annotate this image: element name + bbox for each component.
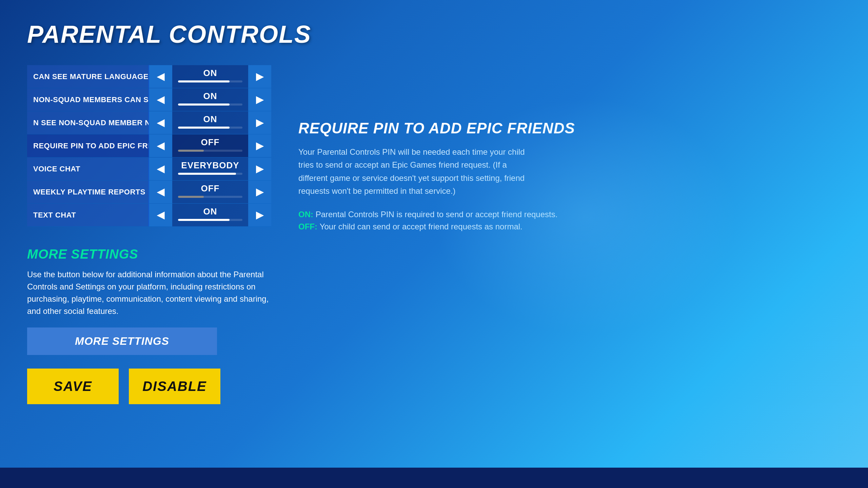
setting-label: WEEKLY PLAYTIME REPORTS	[27, 181, 149, 203]
value-bar-container	[178, 150, 242, 152]
setting-label: TEXT CHAT	[27, 204, 149, 226]
setting-control: ◀ ON ▶	[149, 65, 271, 88]
arrow-right-button[interactable]: ▶	[248, 204, 271, 226]
value-bar	[178, 80, 230, 82]
arrow-left-button[interactable]: ◀	[149, 134, 172, 157]
value-bar	[178, 150, 204, 152]
value-bar	[178, 196, 204, 198]
value-bar-container	[178, 80, 242, 82]
setting-label: NON-SQUAD MEMBERS CAN SEE YO	[27, 88, 149, 111]
arrow-right-button[interactable]: ▶	[248, 88, 271, 111]
setting-row: REQUIRE PIN TO ADD EPIC FRIENDS ◀ OFF ▶	[27, 134, 271, 157]
more-settings-section: MORE SETTINGS Use the button below for a…	[27, 247, 271, 404]
setting-control: ◀ OFF ▶	[149, 181, 271, 203]
arrow-right-button[interactable]: ▶	[248, 181, 271, 203]
more-settings-description: Use the button below for additional info…	[27, 268, 271, 317]
value-bar-container	[178, 104, 242, 106]
setting-label: REQUIRE PIN TO ADD EPIC FRIENDS	[27, 134, 149, 157]
settings-table: CAN SEE MATURE LANGUAGE ◀ ON ▶ NON-SQUAD…	[27, 65, 271, 227]
arrow-left-button[interactable]: ◀	[149, 111, 172, 134]
setting-row: WEEKLY PLAYTIME REPORTS ◀ OFF ▶	[27, 181, 271, 204]
right-panel: REQUIRE PIN TO ADD EPIC FRIENDS Your Par…	[298, 65, 841, 468]
bottom-buttons: SAVE DISABLE	[27, 369, 271, 404]
setting-label: N SEE NON-SQUAD MEMBER NAMES	[27, 111, 149, 134]
value-text: ON	[203, 206, 217, 217]
value-bar	[178, 104, 230, 106]
value-text: ON	[203, 68, 217, 78]
value-bar	[178, 127, 230, 129]
content-area: CAN SEE MATURE LANGUAGE ◀ ON ▶ NON-SQUAD…	[27, 65, 841, 468]
left-panel: CAN SEE MATURE LANGUAGE ◀ ON ▶ NON-SQUAD…	[27, 65, 271, 468]
arrow-left-button[interactable]: ◀	[149, 157, 172, 180]
arrow-left-button[interactable]: ◀	[149, 88, 172, 111]
off-label: OFF:	[298, 222, 320, 231]
arrow-right-button[interactable]: ▶	[248, 111, 271, 134]
more-settings-title: MORE SETTINGS	[27, 247, 271, 262]
value-bar-container	[178, 196, 242, 198]
value-bar	[178, 173, 236, 175]
value-display: ON	[172, 114, 248, 131]
setting-row: TEXT CHAT ◀ ON ▶	[27, 204, 271, 227]
value-text: OFF	[201, 183, 220, 194]
detail-description: Your Parental Controls PIN will be neede…	[298, 146, 529, 198]
arrow-right-button[interactable]: ▶	[248, 134, 271, 157]
setting-row: NON-SQUAD MEMBERS CAN SEE YO ◀ ON ▶	[27, 88, 271, 111]
setting-control: ◀ ON ▶	[149, 88, 271, 111]
value-text: ON	[203, 114, 217, 125]
save-button[interactable]: SAVE	[27, 369, 119, 404]
detail-title: REQUIRE PIN TO ADD EPIC FRIENDS	[298, 119, 841, 137]
setting-control: ◀ ON ▶	[149, 204, 271, 226]
disable-button[interactable]: DISABLE	[129, 369, 220, 404]
setting-row: CAN SEE MATURE LANGUAGE ◀ ON ▶	[27, 65, 271, 88]
value-text: ON	[203, 91, 217, 101]
arrow-right-button[interactable]: ▶	[248, 65, 271, 88]
setting-control: ◀ EVERYBODY ▶	[149, 157, 271, 180]
value-bar-container	[178, 219, 242, 221]
setting-label: VOICE CHAT	[27, 157, 149, 180]
value-display: ON	[172, 206, 248, 224]
on-label: ON:	[298, 210, 316, 219]
value-display: EVERYBODY	[172, 160, 248, 177]
arrow-left-button[interactable]: ◀	[149, 181, 172, 203]
bottom-bar	[0, 468, 868, 488]
value-display: ON	[172, 68, 248, 85]
value-display: OFF	[172, 137, 248, 154]
detail-off-row: OFF: Your child can send or accept frien…	[298, 222, 841, 231]
arrow-right-button[interactable]: ▶	[248, 157, 271, 180]
arrow-left-button[interactable]: ◀	[149, 204, 172, 226]
page-title: PARENTAL CONTROLS	[27, 20, 841, 48]
value-text: EVERYBODY	[181, 160, 239, 171]
value-bar-container	[178, 127, 242, 129]
value-display: OFF	[172, 183, 248, 201]
detail-on-row: ON: Parental Controls PIN is required to…	[298, 210, 841, 219]
setting-label: CAN SEE MATURE LANGUAGE	[27, 65, 149, 88]
setting-row: N SEE NON-SQUAD MEMBER NAMES ◀ ON ▶	[27, 111, 271, 134]
setting-control: ◀ OFF ▶	[149, 134, 271, 157]
setting-control: ◀ ON ▶	[149, 111, 271, 134]
value-text: OFF	[201, 137, 220, 148]
arrow-left-button[interactable]: ◀	[149, 65, 172, 88]
value-display: ON	[172, 91, 248, 108]
off-text: Your child can send or accept friend req…	[320, 222, 522, 231]
more-settings-button[interactable]: MORE SETTINGS	[27, 327, 217, 355]
page-container: PARENTAL CONTROLS CAN SEE MATURE LANGUAG…	[0, 0, 868, 488]
setting-row: VOICE CHAT ◀ EVERYBODY ▶	[27, 157, 271, 181]
on-text: Parental Controls PIN is required to sen…	[316, 210, 558, 219]
value-bar	[178, 219, 230, 221]
value-bar-container	[178, 173, 242, 175]
